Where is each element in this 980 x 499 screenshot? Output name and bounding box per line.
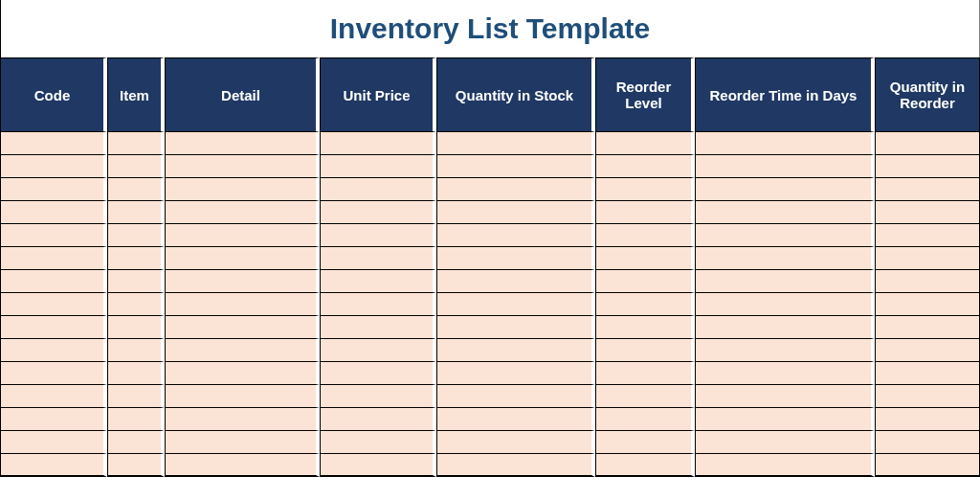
cell-item[interactable] [107, 155, 165, 178]
cell-code[interactable] [0, 247, 107, 270]
cell-item[interactable] [107, 316, 165, 339]
cell-detail[interactable] [165, 316, 320, 339]
cell-item[interactable] [107, 362, 165, 385]
cell-stock[interactable] [436, 201, 595, 224]
cell-item[interactable] [107, 201, 165, 224]
cell-price[interactable] [320, 316, 436, 339]
cell-level[interactable] [595, 247, 695, 270]
cell-level[interactable] [595, 270, 695, 293]
cell-price[interactable] [320, 178, 436, 201]
cell-qty[interactable] [875, 454, 980, 477]
cell-stock[interactable] [436, 224, 595, 247]
cell-detail[interactable] [165, 362, 320, 385]
cell-price[interactable] [320, 431, 436, 454]
cell-code[interactable] [0, 385, 107, 408]
cell-qty[interactable] [875, 385, 980, 408]
cell-item[interactable] [107, 454, 165, 477]
cell-price[interactable] [320, 362, 436, 385]
cell-qty[interactable] [875, 431, 980, 454]
cell-qty[interactable] [875, 155, 980, 178]
cell-level[interactable] [595, 408, 695, 431]
cell-level[interactable] [595, 431, 695, 454]
cell-price[interactable] [320, 201, 436, 224]
cell-qty[interactable] [875, 132, 980, 155]
cell-qty[interactable] [875, 178, 980, 201]
cell-qty[interactable] [875, 339, 980, 362]
cell-item[interactable] [107, 270, 165, 293]
cell-qty[interactable] [875, 408, 980, 431]
cell-qty[interactable] [875, 224, 980, 247]
cell-item[interactable] [107, 247, 165, 270]
cell-detail[interactable] [165, 339, 320, 362]
cell-stock[interactable] [436, 270, 595, 293]
cell-code[interactable] [0, 339, 107, 362]
cell-code[interactable] [0, 155, 107, 178]
cell-time[interactable] [695, 408, 875, 431]
cell-stock[interactable] [436, 339, 595, 362]
cell-code[interactable] [0, 293, 107, 316]
cell-stock[interactable] [436, 178, 595, 201]
cell-price[interactable] [320, 385, 436, 408]
cell-code[interactable] [0, 408, 107, 431]
cell-price[interactable] [320, 155, 436, 178]
cell-code[interactable] [0, 316, 107, 339]
cell-detail[interactable] [165, 155, 320, 178]
cell-time[interactable] [695, 385, 875, 408]
cell-price[interactable] [320, 247, 436, 270]
cell-detail[interactable] [165, 385, 320, 408]
cell-code[interactable] [0, 132, 107, 155]
cell-time[interactable] [695, 339, 875, 362]
cell-detail[interactable] [165, 431, 320, 454]
cell-stock[interactable] [436, 155, 595, 178]
cell-level[interactable] [595, 339, 695, 362]
cell-level[interactable] [595, 224, 695, 247]
cell-level[interactable] [595, 132, 695, 155]
cell-detail[interactable] [165, 408, 320, 431]
cell-item[interactable] [107, 339, 165, 362]
cell-time[interactable] [695, 454, 875, 477]
cell-level[interactable] [595, 201, 695, 224]
cell-time[interactable] [695, 270, 875, 293]
cell-detail[interactable] [165, 454, 320, 477]
cell-price[interactable] [320, 293, 436, 316]
cell-code[interactable] [0, 178, 107, 201]
cell-item[interactable] [107, 431, 165, 454]
cell-level[interactable] [595, 155, 695, 178]
cell-level[interactable] [595, 178, 695, 201]
cell-stock[interactable] [436, 454, 595, 477]
cell-code[interactable] [0, 431, 107, 454]
cell-detail[interactable] [165, 270, 320, 293]
cell-time[interactable] [695, 293, 875, 316]
cell-price[interactable] [320, 132, 436, 155]
cell-stock[interactable] [436, 431, 595, 454]
cell-time[interactable] [695, 201, 875, 224]
cell-level[interactable] [595, 316, 695, 339]
cell-qty[interactable] [875, 247, 980, 270]
cell-level[interactable] [595, 454, 695, 477]
cell-price[interactable] [320, 224, 436, 247]
cell-item[interactable] [107, 132, 165, 155]
cell-item[interactable] [107, 385, 165, 408]
cell-qty[interactable] [875, 293, 980, 316]
cell-stock[interactable] [436, 408, 595, 431]
cell-stock[interactable] [436, 316, 595, 339]
cell-stock[interactable] [436, 362, 595, 385]
cell-time[interactable] [695, 224, 875, 247]
cell-item[interactable] [107, 293, 165, 316]
cell-stock[interactable] [436, 132, 595, 155]
cell-qty[interactable] [875, 316, 980, 339]
cell-time[interactable] [695, 178, 875, 201]
cell-item[interactable] [107, 408, 165, 431]
cell-time[interactable] [695, 155, 875, 178]
cell-qty[interactable] [875, 362, 980, 385]
cell-qty[interactable] [875, 270, 980, 293]
cell-level[interactable] [595, 293, 695, 316]
cell-stock[interactable] [436, 293, 595, 316]
cell-price[interactable] [320, 270, 436, 293]
cell-time[interactable] [695, 247, 875, 270]
cell-level[interactable] [595, 362, 695, 385]
cell-detail[interactable] [165, 224, 320, 247]
cell-qty[interactable] [875, 201, 980, 224]
cell-code[interactable] [0, 362, 107, 385]
cell-price[interactable] [320, 454, 436, 477]
